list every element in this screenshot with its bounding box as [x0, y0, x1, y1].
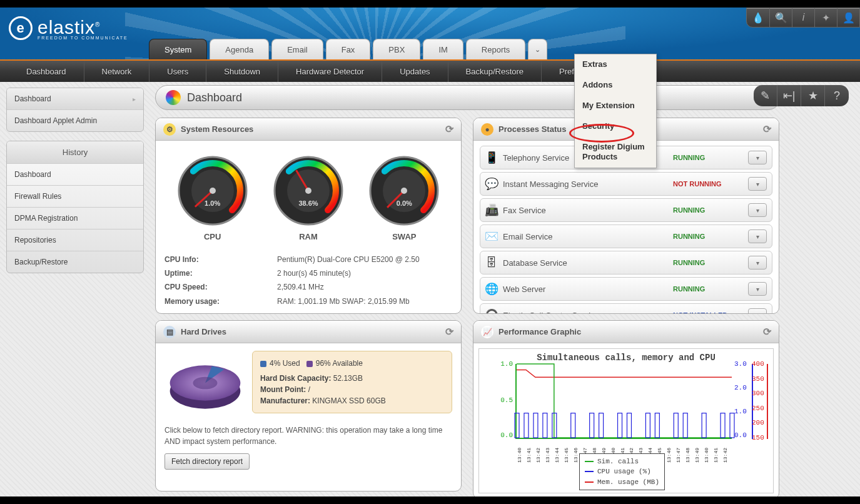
puzzle-icon[interactable]: ✦: [814, 8, 837, 27]
svg-rect-23: [618, 413, 622, 438]
refresh-icon[interactable]: ⟳: [445, 326, 453, 338]
svg-rect-26: [655, 413, 659, 438]
subnav-users[interactable]: Users: [149, 61, 206, 82]
subnav-hardware-detector[interactable]: Hardware Detector: [278, 61, 382, 82]
subnav-dashboard[interactable]: Dashboard: [9, 61, 84, 82]
dropdown-item-my-extension[interactable]: My Extension: [575, 96, 656, 116]
search-icon[interactable]: 🔍: [769, 8, 792, 27]
dropdown-item-register-digium-products[interactable]: Register Digium Products: [575, 137, 656, 168]
svg-rect-28: [683, 413, 687, 438]
collapse-icon[interactable]: ⇤|: [777, 85, 801, 106]
edit-icon[interactable]: ✎: [754, 85, 777, 106]
sidebar-item[interactable]: Dashboard▸: [7, 88, 143, 110]
svg-rect-15: [515, 413, 519, 438]
tab-agenda[interactable]: Agenda: [210, 39, 269, 60]
info-icon[interactable]: i: [792, 8, 814, 27]
process-icon: 📱: [480, 151, 503, 164]
subnav-backup-restore[interactable]: Backup/Restore: [448, 61, 542, 82]
sysinfo-row: CPU Speed:2,509.41 MHz: [164, 280, 452, 294]
process-row: 📠Fax ServiceRUNNING▾: [480, 198, 772, 222]
process-toggle[interactable]: ▾: [748, 282, 767, 296]
svg-point-3: [210, 188, 216, 194]
refresh-icon[interactable]: ⟳: [445, 123, 453, 135]
svg-rect-22: [599, 413, 604, 438]
process-toggle[interactable]: ▾: [748, 203, 767, 217]
svg-rect-25: [645, 413, 650, 438]
process-icon: 📠: [480, 203, 503, 217]
disk-pie-chart: [164, 355, 246, 411]
gauge-cpu: 1.0%CPU: [175, 153, 250, 241]
tab-pbx[interactable]: PBX: [373, 39, 420, 60]
svg-rect-16: [524, 413, 529, 438]
history-item[interactable]: Backup/Restore: [7, 251, 143, 273]
tab-reports[interactable]: Reports: [466, 39, 526, 60]
sidebar-section-history: History DashboardFirewall RulesDPMA Regi…: [6, 141, 144, 273]
process-name: Elastix Call Center Service: [503, 311, 673, 315]
panel-title: Processes Status: [498, 124, 566, 134]
svg-point-7: [305, 188, 311, 194]
process-status: RUNNING: [673, 206, 748, 214]
process-row: 🗄Database ServiceRUNNING▾: [480, 251, 772, 275]
subnav-network[interactable]: Network: [84, 61, 150, 82]
more-dropdown: ExtrasAddonsMy ExtensionSecurityRegister…: [574, 54, 657, 168]
process-name: Fax Service: [503, 206, 673, 215]
chart-icon: 📈: [481, 326, 493, 338]
process-toggle[interactable]: ▾: [748, 151, 767, 164]
svg-rect-21: [590, 413, 594, 438]
brand-logo: e elastix®FREEDOM TO COMMUNICATE: [9, 16, 128, 40]
history-item[interactable]: Repositories: [7, 229, 143, 251]
gear-icon: ⚙: [163, 123, 176, 136]
panel-title: System Resources: [181, 124, 253, 134]
process-toggle[interactable]: ▾: [748, 177, 767, 191]
tab-im[interactable]: IM: [423, 39, 463, 60]
panel-performance-graphic: 📈 Performance Graphic ⟳ Simultaneous cal…: [473, 320, 779, 496]
help-icon[interactable]: ?: [825, 85, 849, 106]
gauge-swap: 0.0%SWAP: [367, 153, 442, 241]
droplet-icon[interactable]: 💧: [747, 8, 769, 27]
process-name: Web Server: [503, 285, 673, 294]
sidebar-section-main: Dashboard▸Dashboard Applet Admin: [6, 88, 144, 132]
sidebar-item[interactable]: Dashboard Applet Admin: [7, 110, 143, 131]
dashboard-icon: [166, 90, 181, 105]
svg-rect-29: [702, 413, 706, 438]
disk-legend: 4% Used 96% Available Hard Disk Capacity…: [252, 351, 452, 413]
utility-toolbar: 💧 🔍 i ✦ 👤: [746, 8, 860, 28]
process-icon: 🌐: [480, 282, 503, 296]
svg-point-14: [193, 377, 218, 390]
process-name: Database Service: [503, 258, 673, 268]
process-toggle[interactable]: ▾: [748, 256, 767, 270]
tab-system[interactable]: System: [149, 39, 207, 60]
user-icon[interactable]: 👤: [837, 8, 859, 27]
history-item[interactable]: Dashboard: [7, 164, 143, 186]
process-status: RUNNING: [673, 285, 748, 293]
fetch-report-button[interactable]: Fetch directory report: [164, 453, 250, 470]
process-icon: 🗄: [480, 256, 503, 270]
subnav-shutdown[interactable]: Shutdown: [206, 61, 278, 82]
history-item[interactable]: DPMA Registration: [7, 208, 143, 229]
refresh-icon[interactable]: ⟳: [763, 326, 771, 338]
tab-email[interactable]: Email: [271, 39, 323, 60]
drive-icon: ▤: [163, 326, 176, 338]
process-row: 🎧Elastix Call Center ServiceNOT INSTALLE…: [480, 303, 772, 314]
process-row: ✉️Email ServiceRUNNING▾: [480, 224, 772, 248]
process-icon: 💬: [480, 177, 503, 191]
svg-point-11: [401, 188, 407, 194]
process-toggle[interactable]: ▾: [748, 308, 767, 314]
subnav-updates[interactable]: Updates: [382, 61, 448, 82]
dropdown-item-security[interactable]: Security: [575, 116, 656, 137]
panel-title: Hard Drives: [181, 327, 226, 336]
svg-rect-17: [534, 413, 538, 438]
dropdown-item-extras[interactable]: Extras: [575, 54, 656, 75]
history-heading: History: [7, 141, 143, 164]
main-tabs: SystemAgendaEmailFaxPBXIMReports⌄: [149, 39, 550, 60]
svg-rect-20: [571, 413, 575, 438]
tab-more[interactable]: ⌄: [528, 39, 547, 60]
process-toggle[interactable]: ▾: [748, 229, 767, 243]
tab-fax[interactable]: Fax: [326, 39, 371, 60]
legend-item: Mem. usage (MB): [585, 477, 659, 488]
dropdown-item-addons[interactable]: Addons: [575, 75, 656, 96]
history-item[interactable]: Firewall Rules: [7, 186, 143, 208]
star-icon[interactable]: ★: [801, 85, 825, 106]
refresh-icon[interactable]: ⟳: [763, 123, 771, 135]
process-name: Email Service: [503, 232, 673, 241]
